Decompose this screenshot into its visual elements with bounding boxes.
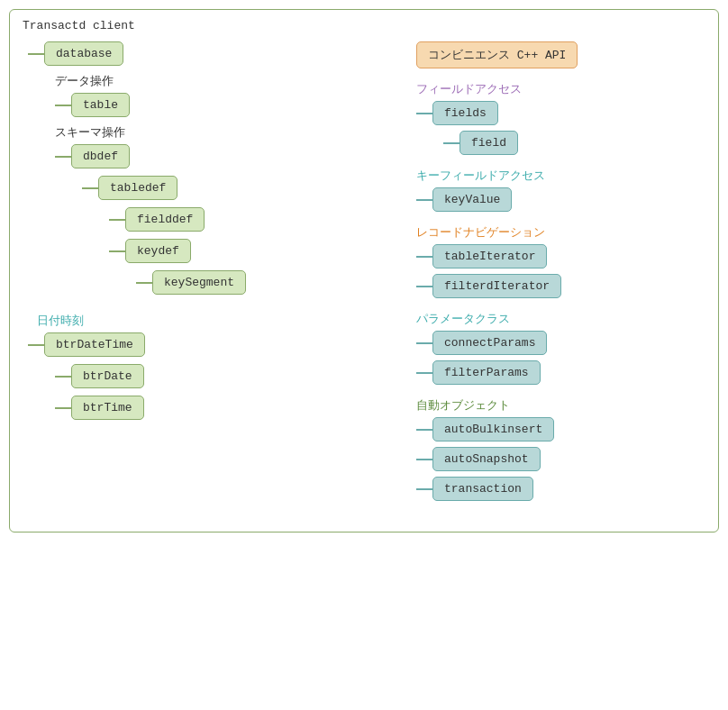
h-line-keydef <box>109 250 125 252</box>
connectParams-box: connectParams <box>432 331 547 355</box>
btrDate-box: btrDate <box>71 364 144 388</box>
table-box: table <box>71 93 130 117</box>
param-class-label: パラメータクラス <box>416 311 709 327</box>
keyValue-box: keyValue <box>432 187 512 212</box>
keydef-row: keydef <box>109 239 398 263</box>
h-line-tabledef <box>82 187 98 189</box>
main-layout: database データ操作 table スキーマ操作 dbdef <box>19 41 709 514</box>
database-row: database <box>28 41 398 66</box>
record-nav-label: レコードナビゲーション <box>416 224 709 241</box>
field-row: field <box>443 131 709 155</box>
h-line-btrDateTime <box>28 344 44 346</box>
data-ops-label: データ操作 <box>55 73 398 89</box>
left-panel: database データ操作 table スキーマ操作 dbdef <box>19 41 398 427</box>
right-panel: コンビニエンス C++ API フィールドアクセス fields field キ… <box>416 41 709 514</box>
auto-obj-label: 自動オブジェクト <box>416 397 709 414</box>
data-ops-section: データ操作 table <box>55 73 398 117</box>
h-line-connectParams <box>416 342 432 344</box>
btrDate-row: btrDate <box>55 364 398 388</box>
transaction-row: transaction <box>416 477 709 501</box>
h-line-tableIterator <box>416 256 432 258</box>
keyValue-row: keyValue <box>416 187 709 212</box>
h-line-btrTime <box>55 407 71 409</box>
autoSnapshot-box: autoSnapshot <box>432 447 541 471</box>
btrDateTime-row: btrDateTime <box>28 332 398 357</box>
filterParams-box: filterParams <box>432 360 541 385</box>
outer-container: Transactd client database データ操作 table スキ… <box>9 9 719 532</box>
transaction-box: transaction <box>432 477 533 501</box>
h-line-fielddef <box>109 219 125 221</box>
filterParams-row: filterParams <box>416 360 709 385</box>
schema-ops-section: スキーマ操作 dbdef tabledef <box>55 124 398 295</box>
record-nav-section: レコードナビゲーション tableIterator filterdIterato… <box>416 224 709 298</box>
datetime-section: 日付時刻 btrDateTime btrDate btrTime <box>28 313 398 420</box>
fields-box: fields <box>432 101 498 125</box>
h-line-autoSnapshot <box>416 459 432 460</box>
fields-row: fields <box>416 101 709 125</box>
fielddef-box: fielddef <box>125 207 205 232</box>
h-line-dbdef <box>55 156 71 158</box>
tableIterator-box: tableIterator <box>432 244 547 269</box>
keySegment-row: keySegment <box>136 270 398 295</box>
btrTime-row: btrTime <box>55 396 398 420</box>
btrDate-btrTime-section: btrDate btrTime <box>55 364 398 420</box>
tableIterator-row: tableIterator <box>416 244 709 269</box>
tabledef-box: tabledef <box>98 176 177 200</box>
keySegment-section: keySegment <box>136 270 398 295</box>
fielddef-row: fielddef <box>109 207 398 232</box>
h-line-filterParams <box>416 372 432 374</box>
h-line-fields <box>416 113 432 114</box>
tabledef-row: tabledef <box>82 176 398 200</box>
field-box: field <box>460 131 518 155</box>
h-line-keyValue <box>416 199 432 201</box>
tabledef-section: tabledef fielddef keydef <box>82 176 398 295</box>
keydef-box: keydef <box>125 239 191 263</box>
fielddef-section: fielddef keydef keySegment <box>109 207 398 295</box>
h-line-transaction <box>416 488 432 490</box>
filterdIterator-row: filterdIterator <box>416 274 709 298</box>
h-line-field <box>443 142 460 144</box>
connectParams-row: connectParams <box>416 331 709 355</box>
autoBulkinsert-row: autoBulkinsert <box>416 417 709 441</box>
param-class-section: パラメータクラス connectParams filterParams <box>416 311 709 385</box>
key-field-section: キーフィールドアクセス keyValue <box>416 168 709 212</box>
h-line-btrDate <box>55 376 71 378</box>
right-title-box: コンビニエンス C++ API <box>416 41 578 68</box>
field-access-label: フィールドアクセス <box>416 81 709 97</box>
h-line-database <box>28 53 44 55</box>
btrDateTime-box: btrDateTime <box>44 332 145 357</box>
autoBulkinsert-box: autoBulkinsert <box>432 417 554 441</box>
field-access-section: フィールドアクセス fields field <box>416 81 709 155</box>
dbdef-box: dbdef <box>71 144 130 168</box>
key-field-label: キーフィールドアクセス <box>416 168 709 184</box>
filterdIterator-box: filterdIterator <box>432 274 561 298</box>
datetime-label: 日付時刻 <box>37 313 398 329</box>
btrTime-box: btrTime <box>71 396 144 420</box>
h-line-autoBulkinsert <box>416 429 432 431</box>
right-title-row: コンビニエンス C++ API <box>416 41 709 68</box>
schema-ops-label: スキーマ操作 <box>55 124 398 141</box>
autoSnapshot-row: autoSnapshot <box>416 447 709 471</box>
table-row: table <box>55 93 398 117</box>
dbdef-row: dbdef <box>55 144 398 168</box>
outer-title: Transactd client <box>19 19 709 32</box>
keySegment-box: keySegment <box>152 270 246 295</box>
database-box: database <box>44 41 123 66</box>
h-line-table <box>55 105 71 106</box>
h-line-filterdIterator <box>416 286 432 287</box>
h-line-keySegment <box>136 282 152 284</box>
auto-obj-section: 自動オブジェクト autoBulkinsert autoSnapshot tra… <box>416 397 709 501</box>
